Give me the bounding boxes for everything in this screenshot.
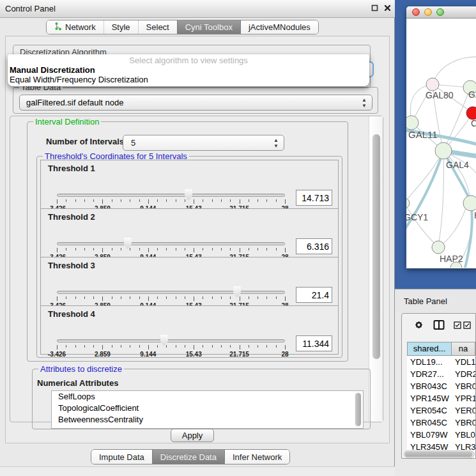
table-cell-name[interactable]: YBR0 <box>452 417 475 429</box>
panel-titlebar: Control Panel <box>0 0 395 18</box>
network-canvas[interactable]: GAL80GACGAL11GAL4GCY1HHAP2 <box>406 19 476 268</box>
attribute-item-selfloops[interactable]: SelfLoops <box>52 391 363 403</box>
table-toolbar <box>402 319 476 333</box>
numerical-attributes-list[interactable]: SelfLoopsTopologicalCoefficientBetweenne… <box>51 390 364 429</box>
threshold-label: Threshold 2 <box>48 212 95 222</box>
node-label-gal4: GAL4 <box>446 160 469 170</box>
tab-select-label: Select <box>146 22 169 32</box>
table-cell-name[interactable]: YDL1 <box>452 356 475 368</box>
split-columns-icon[interactable] <box>433 319 445 332</box>
table-row[interactable]: YPR145WYPR1 <box>407 392 475 404</box>
threshold-label: Threshold 4 <box>48 309 95 319</box>
minimize-traffic-light-icon[interactable] <box>424 8 432 16</box>
settings-scrollbar-thumb[interactable] <box>372 134 380 359</box>
dropdown-option-manual-discretization[interactable]: Manual Discretization <box>8 65 369 75</box>
table-cell-shared-name[interactable]: YBR043C <box>407 380 452 392</box>
table-panel-window: shared... na YDL19...YDL1YDR27...YDR2YBR… <box>401 313 476 459</box>
threshold-card-3: Threshold 3-3.4262.8599.14415.4321.71528 <box>40 257 339 306</box>
attribute-item-topologicalcoefficient[interactable]: TopologicalCoefficient <box>52 403 363 414</box>
slider-track[interactable] <box>57 339 285 342</box>
tick-label: -3.426 <box>48 351 66 358</box>
table-cell-shared-name[interactable]: YDR27... <box>407 368 452 380</box>
top-tab-group: NetworkStyleSelectCyni ToolboxjActiveMNo… <box>46 20 319 35</box>
attribute-item-betweennesscentrality[interactable]: BetweennessCentrality <box>52 414 363 426</box>
algorithm-dropdown-popup: Select algorithm to view settings Manual… <box>8 54 369 86</box>
table-cell-shared-name[interactable]: YDL19... <box>407 356 452 368</box>
slider-track[interactable] <box>57 291 285 294</box>
table-panel-bar: Table Panel <box>395 289 476 313</box>
table-cell-name[interactable]: YER0 <box>452 404 475 417</box>
bottom-tab-impute-data[interactable]: Impute Data <box>91 450 152 464</box>
tick-label: 21.715 <box>229 351 249 358</box>
network-node[interactable] <box>406 198 410 208</box>
tab-jactivemnodules[interactable]: jActiveMNodules <box>240 20 318 34</box>
table-cell-shared-name[interactable]: YBL079W <box>407 429 452 441</box>
table-row[interactable]: YDR27...YDR2 <box>407 368 475 380</box>
threshold-value-field[interactable] <box>296 287 332 303</box>
table-hscrollbar-thumb[interactable] <box>405 452 472 457</box>
network-window-titlebar[interactable] <box>406 6 476 19</box>
attributes-scrollbar[interactable] <box>354 392 362 429</box>
network-node[interactable] <box>426 78 439 91</box>
threshold-slider-4: -3.4262.8599.14415.4321.71528 <box>57 334 285 356</box>
number-of-intervals-spinner[interactable]: 5 ▲▼ <box>123 135 284 151</box>
network-node[interactable] <box>435 142 452 159</box>
table-row[interactable]: YBL079WYBL0 <box>407 429 475 441</box>
table-row[interactable]: YBR043CYBR0 <box>407 380 475 392</box>
slider-track[interactable] <box>57 242 285 245</box>
threshold-value-field[interactable] <box>296 238 332 254</box>
table-cell-shared-name[interactable]: YBR045C <box>407 417 452 429</box>
tab-network[interactable]: Network <box>47 20 104 34</box>
table-cell-name[interactable]: YBL0 <box>452 429 475 441</box>
attributes-group-title: Attributes to discretize <box>38 364 124 374</box>
panel-title: Control Panel <box>5 4 56 13</box>
table-data-combobox[interactable]: galFiltered.sif default node ▲▼ <box>19 95 372 111</box>
float-button[interactable] <box>371 4 378 12</box>
threshold-card-2: Threshold 2-3.4262.8599.14415.4321.71528 <box>40 208 339 257</box>
table-row[interactable]: YER054CYER0 <box>407 404 475 417</box>
threshold-label: Threshold 3 <box>48 261 95 270</box>
stepper-arrows-icon: ▲▼ <box>362 97 367 109</box>
apply-button[interactable]: Apply <box>171 429 214 442</box>
slider-track[interactable] <box>57 194 285 197</box>
threshold-label: Threshold 1 <box>48 164 95 173</box>
gear-icon[interactable] <box>413 319 424 332</box>
settings-scrollbar[interactable] <box>369 116 383 422</box>
network-node[interactable] <box>432 241 445 254</box>
table-cell-name[interactable]: YBR0 <box>452 380 475 392</box>
threshold-value-field[interactable] <box>296 335 332 351</box>
bottom-tab-group: Impute DataDiscretize DataInfer Network <box>91 449 290 464</box>
tab-select[interactable]: Select <box>138 20 177 34</box>
network-node[interactable] <box>406 116 418 130</box>
dropdown-option-equal-width-frequency[interactable]: Equal Width/Frequency Discretization <box>8 75 369 84</box>
bottom-tab-discretize-data[interactable]: Discretize Data <box>152 450 224 464</box>
attributes-scrollbar-thumb[interactable] <box>355 393 361 426</box>
checkbox-icon[interactable] <box>454 321 461 331</box>
zoom-traffic-light-icon[interactable] <box>436 8 444 16</box>
table-row[interactable]: YBR045CYBR0 <box>407 417 475 429</box>
network-view-window[interactable]: GAL80GACGAL11GAL4GCY1HHAP2 <box>406 6 476 268</box>
network-node[interactable] <box>466 107 476 119</box>
network-node[interactable] <box>463 196 476 211</box>
table-row[interactable]: YDL19...YDL1 <box>407 356 475 368</box>
tick-label: 2.859 <box>95 351 111 358</box>
table-cell-name[interactable]: YDR2 <box>452 368 475 380</box>
numerical-attributes-label: Numerical Attributes <box>37 378 118 388</box>
table-cell-name[interactable]: YPR1 <box>452 392 475 404</box>
tab-cyni-toolbox[interactable]: Cyni Toolbox <box>177 20 240 34</box>
table-cell-shared-name[interactable]: YER054C <box>407 404 452 417</box>
bottom-tab-infer-network[interactable]: Infer Network <box>224 450 289 464</box>
close-button[interactable] <box>384 4 391 12</box>
tab-style[interactable]: Style <box>104 20 138 34</box>
threshold-value-field[interactable] <box>296 190 332 206</box>
slider-ticks <box>57 296 285 302</box>
table-cell-shared-name[interactable]: YPR145W <box>407 392 452 404</box>
column-header-name[interactable]: na <box>452 342 475 356</box>
threshold-slider-1: -3.4262.8599.14415.4321.71528 <box>57 188 285 210</box>
close-traffic-light-icon[interactable] <box>412 8 420 16</box>
node-label-gal80: GAL80 <box>426 90 454 100</box>
checkbox-icon[interactable] <box>463 321 471 331</box>
slider-ticks <box>57 248 285 253</box>
table-hscrollbar[interactable] <box>404 450 475 458</box>
column-header-shared-name[interactable]: shared... <box>407 342 452 356</box>
